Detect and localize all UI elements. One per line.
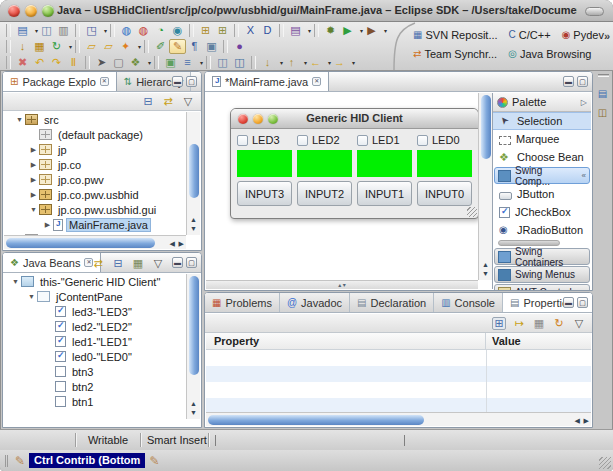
led-panel[interactable] [417, 150, 472, 177]
next-annotation-icon[interactable]: ↓ [259, 55, 276, 70]
scroll-down-icon[interactable]: ▼ [482, 270, 489, 277]
scroll-right-icon[interactable]: ▶ [179, 240, 184, 247]
pointer-icon[interactable]: ➤ [93, 55, 110, 70]
trim-handle[interactable] [598, 74, 609, 77]
input-button[interactable]: INPUT3 [237, 181, 292, 206]
scrollbar-thumb[interactable] [6, 238, 155, 248]
run-external-icon[interactable]: ▶ [363, 23, 380, 38]
tree-item[interactable]: led3-"LED3" [4, 304, 186, 319]
redo-icon[interactable]: ↷ [48, 55, 65, 70]
back-icon[interactable]: ← [307, 55, 324, 70]
fast-view-icon-2[interactable]: ◫ [596, 106, 609, 119]
new-window-icon[interactable]: ⊞ [197, 23, 214, 38]
tab-java-beans[interactable]: ❖Java Beans [3, 253, 101, 272]
resize-grip-icon[interactable] [467, 207, 477, 217]
server-icon[interactable]: ◍ [135, 23, 152, 38]
palette-item-jcheckbox[interactable]: JCheckBox [493, 203, 591, 221]
input-button[interactable]: INPUT2 [297, 181, 352, 206]
tab-problems[interactable]: ▦Problems [205, 293, 280, 312]
maximize-view-icon[interactable] [186, 257, 197, 268]
scroll-up-icon[interactable]: ▲ [482, 261, 489, 268]
editor-tab-mainframe[interactable]: *MainFrame.java [205, 72, 329, 91]
delete-icon[interactable]: ✖ [14, 55, 31, 70]
advanced-properties-icon[interactable]: ↦ [512, 317, 526, 330]
sphere-icon[interactable]: ● [231, 39, 248, 54]
debug-icon[interactable]: ✹ [322, 23, 339, 38]
customize-bean-icon[interactable]: ▦ [131, 257, 145, 270]
collapse-all-icon[interactable]: ⊟ [111, 257, 125, 270]
columns-icon[interactable]: ▦ [532, 317, 546, 330]
expand-arrow-icon[interactable]: ▶ [28, 161, 39, 169]
palette-tool-marquee[interactable]: Marquee [493, 130, 591, 148]
source-graph-splitter[interactable] [206, 280, 478, 289]
scroll-left-icon[interactable]: ◀ [170, 240, 175, 247]
tree-item[interactable]: btn2 [4, 379, 186, 394]
scroll-up-icon[interactable]: ▲ [190, 216, 197, 223]
palette-item-jradiobutton[interactable]: JRadioButton [493, 221, 591, 239]
expand-arrow-icon[interactable]: ▼ [10, 278, 21, 285]
visual-editor-canvas[interactable]: Generic HID Client LED3LED2LED1LED0 INPU… [206, 93, 478, 280]
led-panel[interactable] [237, 150, 292, 177]
maximize-view-icon[interactable] [577, 297, 588, 308]
tree-item[interactable]: (default package) [4, 127, 186, 142]
cpp-perspective[interactable]: CC/C++ [509, 29, 551, 41]
tree-item[interactable]: led2-"LED2" [4, 319, 186, 334]
import-icon[interactable]: ↓ [14, 39, 31, 54]
tab-console[interactable]: ▥Console [434, 293, 503, 312]
scroll-up-icon[interactable]: ▲ [190, 400, 197, 407]
tree-item[interactable]: led1-"LED1" [4, 334, 186, 349]
save-icon[interactable]: ◫ [38, 23, 55, 38]
tree-item[interactable]: btn1 [4, 394, 186, 409]
palette-tool-selection[interactable]: Selection [493, 112, 591, 130]
window-resize-grip-icon[interactable] [599, 457, 611, 469]
table-row[interactable] [206, 366, 591, 382]
collapse-all-icon[interactable]: ⊟ [141, 95, 155, 108]
palette-category-awt-controls[interactable]: AWT Controls [494, 284, 590, 291]
tree-item[interactable]: ▶jp [4, 142, 186, 157]
tree-item[interactable]: ▶jp.co [4, 157, 186, 172]
scrollbar-thumb[interactable] [208, 415, 424, 425]
properties-table-body[interactable] [206, 350, 591, 413]
forward-icon[interactable]: → [331, 55, 348, 70]
drag-handle-icon[interactable] [5, 455, 8, 467]
view-menu-icon[interactable]: ▽ [151, 257, 165, 270]
tree-item[interactable]: ▼src [4, 112, 186, 127]
input-button[interactable]: INPUT1 [357, 181, 412, 206]
led-checkbox[interactable]: LED3 [237, 134, 292, 146]
horizontal-scrollbar[interactable]: ◀ ▶ [206, 412, 591, 426]
close-window-icon[interactable] [8, 5, 20, 17]
palette-category-swing-components[interactable]: Swing Comp... [494, 167, 590, 184]
collapse-icon[interactable] [582, 171, 586, 180]
new-wizard-icon[interactable]: ▤ [14, 23, 31, 38]
tree-item[interactable]: ▼jp.co.pwv.usbhid.gui [4, 202, 186, 217]
close-icon[interactable] [100, 77, 109, 86]
scroll-down-icon[interactable]: ▼ [190, 409, 197, 416]
maximize-view-icon[interactable] [577, 76, 588, 87]
tree-item[interactable]: ▶MainFrame.java [4, 217, 186, 232]
run-icon[interactable]: ▶ [339, 23, 356, 38]
expand-arrow-icon[interactable]: ▶ [42, 221, 53, 229]
vertical-scrollbar[interactable]: ▲ ▼ [186, 274, 200, 419]
minimize-view-icon[interactable] [172, 76, 183, 87]
tree-item[interactable]: led0-"LED0" [4, 349, 186, 364]
palette-category-swing-menus[interactable]: Swing Menus [494, 266, 590, 283]
pin-arrow-icon[interactable] [581, 98, 587, 107]
list-view-icon[interactable]: ≡ [179, 55, 196, 70]
paintbrush-icon[interactable]: ✎ [169, 39, 186, 54]
designed-frame-titlebar[interactable]: Generic HID Client [231, 109, 478, 129]
zoom-window-icon[interactable] [42, 5, 54, 17]
monitor-icon[interactable]: ◉ [169, 23, 186, 38]
expand-arrow-icon[interactable]: ▼ [28, 206, 39, 213]
save-all-icon[interactable]: ◫ [231, 55, 248, 70]
dtd-file-icon[interactable]: D [259, 23, 276, 38]
scroll-right-icon[interactable]: ▶ [584, 417, 589, 424]
minimize-view-icon[interactable] [563, 76, 574, 87]
scrollbar-thumb[interactable] [189, 276, 199, 375]
pencil-icon[interactable]: ✎ [15, 455, 25, 467]
maximize-view-icon[interactable] [186, 76, 197, 87]
pencil-icon[interactable]: ✎ [149, 455, 159, 467]
link-with-editor-icon[interactable]: ⇄ [161, 95, 175, 108]
tree-item[interactable]: ▼jContentPane [4, 289, 186, 304]
value-column-header[interactable]: Value [486, 333, 521, 349]
minimize-view-icon[interactable] [563, 297, 574, 308]
